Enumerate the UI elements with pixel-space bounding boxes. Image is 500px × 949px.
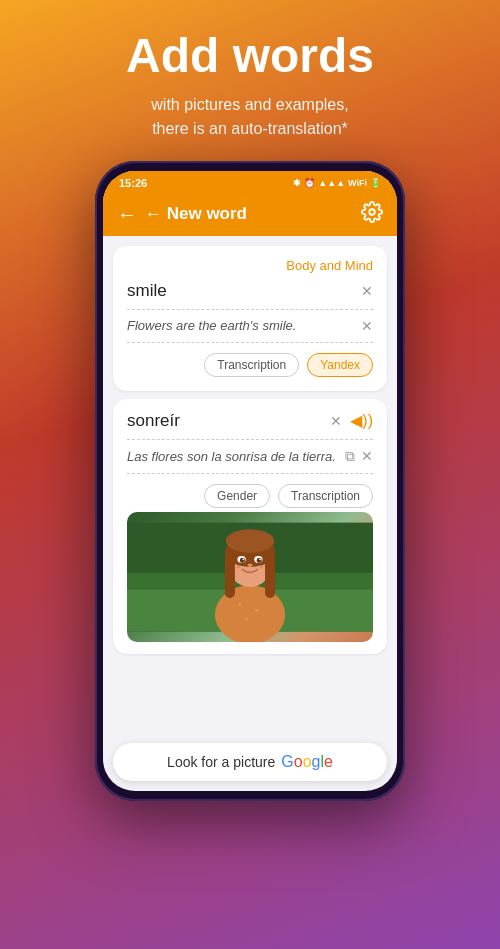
nav-title: ← New word xyxy=(145,204,247,224)
status-time: 15:26 xyxy=(119,177,147,189)
word-field: smile ✕ xyxy=(127,281,373,310)
svg-point-19 xyxy=(260,566,263,569)
signal-icon: ▲▲▲ xyxy=(318,178,345,188)
wifi-icon: WiFi xyxy=(348,178,367,188)
status-bar: 15:26 ✱ ⏰ ▲▲▲ WiFi 🔋 xyxy=(103,171,397,193)
gear-icon xyxy=(361,201,383,223)
translation-example-actions: ⧉ ✕ xyxy=(345,448,373,465)
translation-word-input[interactable]: sonreír xyxy=(127,411,180,431)
example-clear-icon[interactable]: ✕ xyxy=(361,318,373,334)
translation-example-clear-icon[interactable]: ✕ xyxy=(361,448,373,464)
translation-example-input[interactable]: Las flores son la sonrisa de la tierra. xyxy=(127,449,336,464)
example-field: Flowers are the earth's smile. ✕ xyxy=(127,318,373,343)
google-logo: Google xyxy=(281,753,333,771)
speaker-icon[interactable]: ◀)) xyxy=(350,411,373,430)
alarm-icon: ⏰ xyxy=(304,178,315,188)
category-label[interactable]: Body and Mind xyxy=(127,258,373,273)
svg-point-14 xyxy=(257,558,262,563)
nav-bar: ← ← New word xyxy=(103,193,397,236)
settings-button[interactable] xyxy=(361,201,383,228)
yandex-button[interactable]: Yandex xyxy=(307,353,373,377)
translation-clear-icon[interactable]: ✕ xyxy=(330,413,342,429)
svg-point-17 xyxy=(247,563,252,566)
battery-icon: 🔋 xyxy=(370,178,381,188)
promo-subtitle: with pictures and examples,there is an a… xyxy=(126,93,374,141)
word-buttons-row: Transcription Yandex xyxy=(127,353,373,377)
svg-point-23 xyxy=(245,617,248,620)
phone-wrapper: 15:26 ✱ ⏰ ▲▲▲ WiFi 🔋 ← ← New word xyxy=(80,161,420,949)
svg-point-20 xyxy=(235,563,237,565)
transcription-button[interactable]: Transcription xyxy=(204,353,299,377)
search-label: Look for a picture xyxy=(167,754,275,770)
translation-example-field: Las flores son la sonrisa de la tierra. … xyxy=(127,448,373,474)
translation-card: sonreír ✕ ◀)) Las flores son la sonrisa … xyxy=(113,399,387,654)
translation-transcription-button[interactable]: Transcription xyxy=(278,484,373,508)
image-svg xyxy=(127,512,373,642)
svg-point-15 xyxy=(242,558,244,560)
word-input[interactable]: smile xyxy=(127,281,167,301)
svg-point-0 xyxy=(369,209,375,215)
svg-rect-9 xyxy=(265,552,275,598)
svg-point-22 xyxy=(255,609,258,612)
phone-frame: 15:26 ✱ ⏰ ▲▲▲ WiFi 🔋 ← ← New word xyxy=(95,161,405,801)
translation-buttons-row: Gender Transcription xyxy=(127,484,373,508)
svg-point-13 xyxy=(240,558,245,563)
translation-actions: ✕ ◀)) xyxy=(330,411,373,430)
svg-rect-8 xyxy=(225,552,235,598)
phone-screen: 15:26 ✱ ⏰ ▲▲▲ WiFi 🔋 ← ← New word xyxy=(103,171,397,791)
google-search-bar[interactable]: Look for a picture Google xyxy=(113,743,387,781)
svg-point-16 xyxy=(259,558,261,560)
copy-icon[interactable]: ⧉ xyxy=(345,448,355,465)
svg-point-21 xyxy=(238,603,241,606)
word-image[interactable] xyxy=(127,512,373,642)
promo-header: Add words with pictures and examples,the… xyxy=(106,0,394,161)
example-input[interactable]: Flowers are the earth's smile. xyxy=(127,318,296,333)
translation-word-field: sonreír ✕ ◀)) xyxy=(127,411,373,440)
word-clear-icon[interactable]: ✕ xyxy=(361,283,373,299)
word-card: Body and Mind smile ✕ Flowers are the ea… xyxy=(113,246,387,391)
gender-button[interactable]: Gender xyxy=(204,484,270,508)
svg-point-18 xyxy=(237,566,240,569)
status-icons: ✱ ⏰ ▲▲▲ WiFi 🔋 xyxy=(293,178,381,188)
bluetooth-icon: ✱ xyxy=(293,178,301,188)
promo-title: Add words xyxy=(126,30,374,83)
content-area: Body and Mind smile ✕ Flowers are the ea… xyxy=(103,236,397,735)
back-button[interactable]: ← ← New word xyxy=(117,203,247,226)
svg-point-10 xyxy=(226,529,275,552)
back-arrow-icon: ← xyxy=(117,203,137,226)
